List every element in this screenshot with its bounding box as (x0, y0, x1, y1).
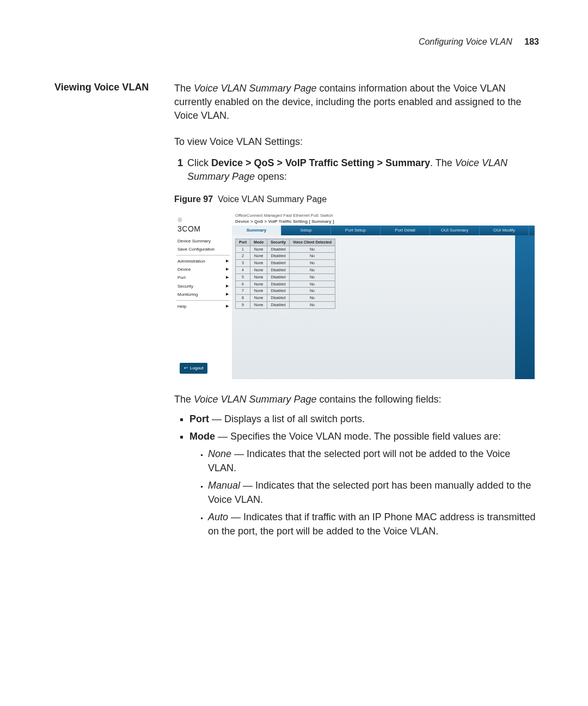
table-row: 4NoneDisabledNo (236, 267, 335, 274)
chevron-right-icon: ▶ (226, 258, 229, 264)
menu-help[interactable]: Help▶ (176, 302, 230, 311)
brand-icon: ◎ (177, 216, 183, 222)
field-port: Port — Displays a list of all switch por… (189, 412, 539, 426)
tab-bar: Summary Setup Port Setup Port Detail OUI… (232, 226, 535, 235)
fields-lead: The Voice VLAN Summary Page contains the… (174, 392, 539, 406)
field-mode: Mode — Specifies the Voice VLAN mode. Th… (189, 429, 539, 539)
mode-auto: Auto — Indicates that if traffic with an… (208, 510, 539, 538)
table-row: 6NoneDisabledNo (236, 281, 335, 288)
logout-button[interactable]: ↩ Logout (180, 363, 207, 373)
brand-logo: ◎ 3COM (174, 209, 232, 237)
col-port: Port (236, 239, 250, 246)
embedded-screenshot: ◎ 3COM Device Summary Save Configuration… (174, 209, 539, 379)
menu-device-summary[interactable]: Device Summary (176, 237, 230, 245)
menu-save-configuration[interactable]: Save Configuration (176, 245, 230, 253)
menu-security[interactable]: Security▶ (176, 282, 230, 290)
mode-none: None — Indicates that the selected port … (208, 447, 539, 475)
breadcrumb: Device > QoS > VoIP Traffic Setting [ Su… (235, 218, 531, 224)
intro-lead: To view Voice VLAN Settings: (174, 135, 539, 149)
figure-label: Figure 97 Voice VLAN Summary Page (174, 193, 539, 205)
table-row: 1NoneDisabledNo (236, 246, 335, 253)
sidebar: ◎ 3COM Device Summary Save Configuration… (174, 209, 232, 379)
step-1: 1 Click Device > QoS > VoIP Traffic Sett… (174, 156, 539, 184)
chevron-right-icon: ▶ (226, 291, 229, 297)
intro-paragraph: The Voice VLAN Summary Page contains inf… (174, 82, 539, 123)
page-number: 183 (524, 37, 539, 46)
device-title: OfficeConnect Managed Fast Ethernet PoE … (235, 212, 531, 218)
table-row: 9NoneDisabledNo (236, 302, 335, 309)
mode-manual: Manual — Indicates that the selected por… (208, 478, 539, 507)
chevron-right-icon: ▶ (226, 303, 229, 309)
menu-administration[interactable]: Administration▶ (176, 257, 230, 265)
tab-oui-modify[interactable]: OUI Modify (480, 226, 529, 235)
content-header: OfficeConnect Managed Fast Ethernet PoE … (232, 209, 535, 226)
table-row: 7NoneDisabledNo (236, 288, 335, 295)
running-title: Configuring Voice VLAN (419, 37, 512, 46)
table-row: 8NoneDisabledNo (236, 295, 335, 302)
chevron-right-icon: ▶ (226, 275, 229, 281)
chevron-right-icon: ▶ (226, 283, 229, 289)
menu-monitoring[interactable]: Monitoring▶ (176, 290, 230, 299)
tab-summary[interactable]: Summary (232, 226, 281, 235)
tab-oui-summary[interactable]: OUI Summary (430, 226, 480, 235)
table-row: 2NoneDisabledNo (236, 253, 335, 260)
chevron-right-icon: ▶ (226, 266, 229, 272)
col-security: Security (267, 239, 290, 246)
section-heading: Viewing Voice VLAN (54, 82, 174, 544)
running-header: Configuring Voice VLAN 183 (419, 37, 539, 47)
menu-device[interactable]: Device▶ (176, 265, 230, 273)
tab-setup[interactable]: Setup (281, 226, 331, 235)
step-number: 1 (174, 156, 183, 184)
tab-port-setup[interactable]: Port Setup (331, 226, 381, 235)
stage: Port Mode Security Voice Client Detected… (232, 235, 535, 379)
col-mode: Mode (250, 239, 267, 246)
menu-port[interactable]: Port▶ (176, 273, 230, 282)
tab-port-detail[interactable]: Port Detail (381, 226, 430, 235)
logout-icon: ↩ (184, 365, 188, 371)
col-voice-client-detected: Voice Client Detected (289, 239, 335, 246)
ports-table: Port Mode Security Voice Client Detected… (235, 239, 335, 309)
table-row: 5NoneDisabledNo (236, 273, 335, 281)
table-row: 3NoneDisabledNo (236, 260, 335, 267)
